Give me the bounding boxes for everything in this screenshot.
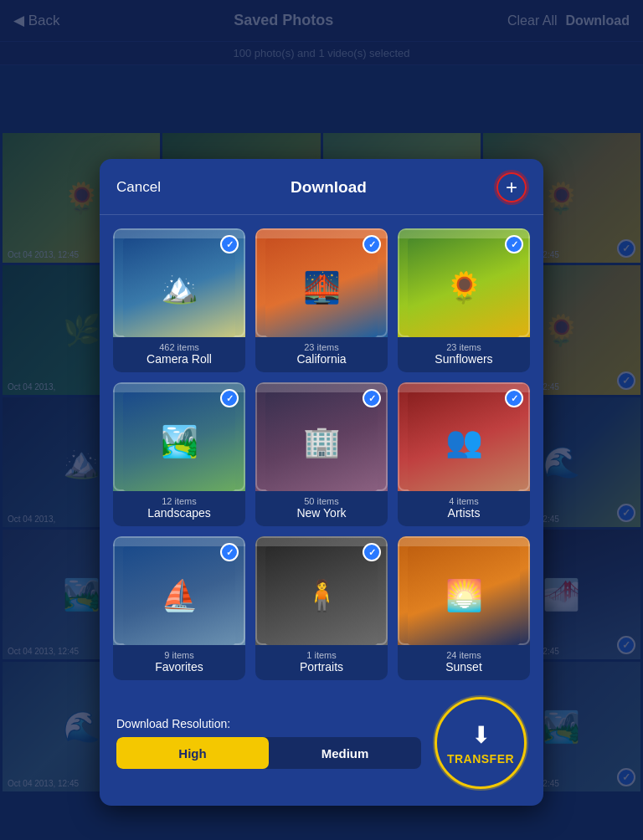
resolution-section: Download Resolution: High Medium <box>116 717 421 769</box>
album-count: 23 items <box>404 342 523 352</box>
album-check-badge: ✓ <box>363 389 381 407</box>
resolution-label: Download Resolution: <box>116 717 421 730</box>
album-name: Sunflowers <box>404 352 523 366</box>
transfer-button[interactable]: ⬇ TRANSFER <box>435 697 527 789</box>
modal-overlay: Cancel Download + 🏔️✓462 itemsCamera Rol… <box>0 0 643 840</box>
album-check-badge: ✓ <box>220 389 239 407</box>
album-count: 1 items <box>262 650 381 660</box>
album-name: Landscapes <box>120 506 239 520</box>
resolution-toggle: High Medium <box>116 737 421 769</box>
modal-cancel-button[interactable]: Cancel <box>116 179 161 196</box>
album-check-badge: ✓ <box>505 389 523 407</box>
album-count: 462 items <box>120 342 239 352</box>
album-item-portraits[interactable]: 🧍✓1 itemsPortraits <box>255 536 388 680</box>
album-count: 24 items <box>404 650 523 660</box>
album-name: Artists <box>404 506 523 520</box>
album-grid: 🏔️✓462 itemsCamera Roll🌉✓23 itemsCalifor… <box>100 215 543 694</box>
album-check-badge: ✓ <box>505 235 523 254</box>
album-item-california[interactable]: 🌉✓23 itemsCalifornia <box>255 228 388 372</box>
resolution-medium-button[interactable]: Medium <box>269 737 421 769</box>
bottom-area: Download Resolution: High Medium ⬇ TRANS… <box>100 694 543 789</box>
album-name: California <box>262 352 381 366</box>
album-name: Camera Roll <box>120 352 239 366</box>
modal-header: Cancel Download + <box>100 159 543 215</box>
album-name: New York <box>262 506 381 520</box>
album-name: Favorites <box>120 660 239 674</box>
add-album-button[interactable]: + <box>496 172 527 202</box>
album-count: 50 items <box>262 496 381 506</box>
album-item-favorites[interactable]: ⛵✓9 itemsFavorites <box>113 536 245 680</box>
album-check-badge: ✓ <box>363 235 381 254</box>
album-check-badge: ✓ <box>220 235 239 254</box>
album-count: 23 items <box>262 342 381 352</box>
album-count: 4 items <box>404 496 523 506</box>
resolution-high-button[interactable]: High <box>116 737 269 769</box>
album-item-landscapes[interactable]: 🏞️✓12 itemsLandscapes <box>113 382 245 526</box>
album-item-newyork[interactable]: 🏢✓50 itemsNew York <box>255 382 388 526</box>
plus-icon: + <box>506 176 517 199</box>
modal-title: Download <box>291 178 367 197</box>
album-name: Sunset <box>404 660 523 674</box>
album-count: 12 items <box>120 496 239 506</box>
album-count: 9 items <box>120 650 239 660</box>
transfer-label: TRANSFER <box>447 752 514 766</box>
album-item-artists[interactable]: 👥✓4 itemsArtists <box>398 382 530 526</box>
download-icon: ⬇ <box>471 721 491 749</box>
album-item-camera[interactable]: 🏔️✓462 itemsCamera Roll <box>113 228 245 372</box>
album-check-badge: ✓ <box>363 543 381 561</box>
download-modal: Cancel Download + 🏔️✓462 itemsCamera Rol… <box>100 159 543 806</box>
album-name: Portraits <box>262 660 381 674</box>
album-item-sunflowers[interactable]: 🌻✓23 itemsSunflowers <box>398 228 530 372</box>
album-check-badge: ✓ <box>220 543 239 561</box>
album-item-sunset[interactable]: 🌅24 itemsSunset <box>398 536 530 680</box>
